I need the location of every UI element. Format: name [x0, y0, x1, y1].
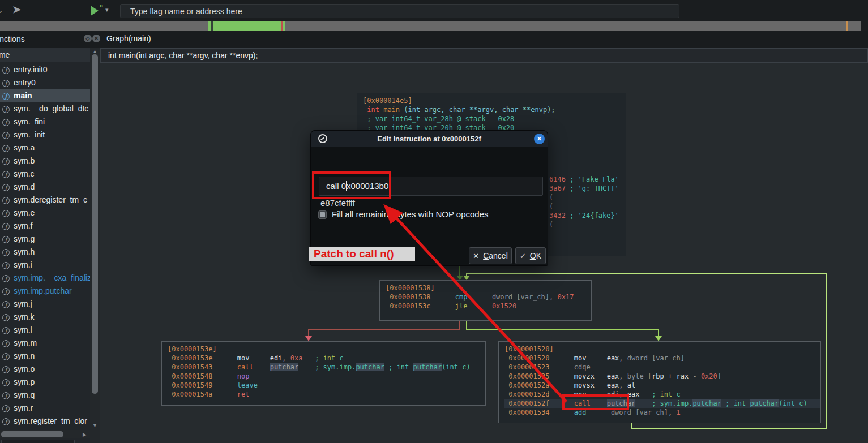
function-name: sym.l [14, 325, 32, 334]
ok-button[interactable]: ✓ OK [515, 247, 546, 264]
horizontal-scrollbar[interactable]: ▶ [0, 430, 90, 438]
function-icon: ƒ [2, 288, 10, 295]
function-list-item[interactable]: ƒsym.o [0, 363, 90, 376]
function-list-item[interactable]: ƒsym.imp.putchar [0, 285, 90, 298]
basic-block-0x1538[interactable]: [0x00001538] 0x00001538 cmp dword [var_c… [379, 280, 592, 321]
asm-line[interactable]: 0x00001548 nop [168, 372, 485, 381]
asm-line[interactable]: 0x0000152f call putchar ; sym.imp.putcha… [504, 399, 820, 408]
function-list-item[interactable]: ƒsym.deregister_tm_c [0, 193, 90, 207]
function-list-item[interactable]: ƒsym.m [0, 337, 90, 350]
toolbar: ⌄ ➤ D ▾ [0, 0, 868, 21]
vertical-scrollbar-thumb[interactable] [92, 54, 98, 394]
scroll-right-icon[interactable]: ▶ [83, 432, 87, 437]
function-signature: int main(int argc, char **argv, char **e… [108, 51, 258, 60]
function-name: entry.init0 [14, 65, 48, 74]
function-icon: ƒ [2, 197, 10, 204]
asm-line[interactable]: 0x0000154a ret [168, 390, 485, 399]
asm-line[interactable]: [0x00001538] [386, 283, 591, 293]
asm-line[interactable]: 0x00001525 movzx eax, byte [rbp + rax - … [504, 372, 820, 381]
annotation-box-call [562, 394, 629, 410]
scroll-down-icon[interactable]: ▼ [92, 423, 97, 428]
scroll-up-icon[interactable]: ▲ [92, 49, 97, 54]
function-list-item[interactable]: ƒsym._fini [0, 115, 90, 128]
asm-fragment: 6146 ; 'Fake Fla' [549, 175, 619, 184]
function-name: sym.__do_global_dtc [14, 104, 88, 113]
basic-block-0x1520[interactable]: [0x00001520] 0x00001520 mov eax, dword [… [498, 341, 821, 423]
asm-fragment: ( [549, 220, 553, 229]
function-name: sym._fini [14, 117, 45, 126]
function-list-item[interactable]: ƒsym.p [0, 376, 90, 389]
seekbar-segment [213, 21, 216, 31]
close-icon[interactable]: ✕ [534, 134, 545, 144]
asm-line[interactable]: [0x00001520] [504, 345, 820, 354]
function-list-item[interactable]: ƒsym.c [0, 167, 90, 180]
basic-block-0x153e[interactable]: [0x0000153e] 0x0000153e mov edi, 0xa ; i… [161, 341, 486, 406]
cancel-button[interactable]: ✕ Cancel [469, 247, 512, 264]
function-list-item[interactable]: ƒsym.g [0, 233, 90, 246]
asm-line[interactable]: [0x0000153e] [168, 345, 485, 354]
asm-line[interactable]: [0x000014e5] [363, 96, 626, 105]
function-list-item[interactable]: ƒentry.init0 [0, 63, 90, 76]
debug-play-label: D [100, 3, 103, 8]
function-icon: ƒ [2, 145, 10, 152]
close-panel-icon[interactable]: ✕ [92, 35, 100, 42]
debug-play-icon[interactable] [91, 6, 99, 16]
asm-line[interactable]: 0x0000152a movsx eax, al [504, 381, 820, 390]
asm-line[interactable]: ; var int64_t var_28h @ stack - 0x28 [363, 114, 626, 123]
asm-line[interactable]: int main (int argc, char **argv, char **… [363, 105, 626, 114]
function-name: sym.p [14, 377, 35, 386]
asm-line[interactable]: 0x0000153e mov edi, 0xa ; int c [168, 354, 485, 363]
float-panel-icon[interactable]: ◇ [84, 35, 92, 42]
function-list-item[interactable]: ƒsym.d [0, 180, 90, 193]
function-name: sym.b [14, 156, 35, 165]
asm-line[interactable]: 0x00001543 call putchar ; sym.imp.putcha… [168, 363, 485, 372]
function-list-item[interactable]: ƒsym.h [0, 246, 90, 259]
address-seekbar[interactable] [0, 21, 868, 31]
function-name: sym.d [14, 182, 35, 191]
function-list-item[interactable]: ƒentry0 [0, 76, 90, 89]
asm-line[interactable]: 0x00001549 leave [168, 381, 485, 390]
dialog-titlebar[interactable]: Edit Instruction at 0x0000152f ✕ [311, 131, 548, 147]
function-list-item[interactable]: ƒsym.register_tm_clor [0, 415, 90, 428]
function-icon: ƒ [2, 275, 10, 282]
chevron-down-icon[interactable]: ⌄ [0, 6, 3, 15]
name-column-header[interactable]: Name [0, 48, 90, 62]
asm-line[interactable]: 0x0000153c jle 0x1520 [386, 302, 591, 311]
asm-line[interactable]: 0x0000152d mov edi, eax ; int c [504, 390, 820, 399]
function-icon: ƒ [2, 340, 10, 347]
vertical-scrollbar[interactable]: ▲ ▼ [90, 48, 100, 443]
function-list-item[interactable]: ƒsym.k [0, 311, 90, 324]
jump-arrow-icon[interactable]: ➤ [12, 3, 21, 16]
asm-line[interactable]: 0x00001534 add dword [var_ch], 1 [504, 408, 820, 417]
function-list-item[interactable]: ƒsym._init [0, 128, 90, 141]
debug-dropdown-icon[interactable]: ▾ [105, 6, 109, 14]
function-list-item[interactable]: ƒsym.b [0, 154, 90, 167]
asm-line[interactable]: 0x00001538 cmp dword [var_ch], 0x17 [386, 293, 591, 302]
flag-search-input[interactable] [120, 4, 679, 18]
horizontal-scrollbar-thumb[interactable] [1, 431, 63, 437]
asm-line[interactable]: 0x00001520 mov eax, dword [var_ch] [504, 354, 820, 363]
function-list-item[interactable]: ƒsym.f [0, 220, 90, 233]
function-list-item[interactable]: ƒsym.a [0, 141, 90, 154]
function-list-item[interactable]: ƒsym.l [0, 324, 90, 337]
nop-fill-label[interactable]: Fill all remaining bytes with NOP opcode… [332, 209, 489, 219]
function-list-item[interactable]: ƒsym.r [0, 402, 90, 415]
function-name: sym.e [14, 208, 35, 217]
tab-graph-main[interactable]: Graph(main) [106, 34, 151, 43]
function-list-item[interactable]: ƒsym.q [0, 389, 90, 402]
function-list-item[interactable]: ƒmain [0, 89, 90, 102]
function-list-item[interactable]: ƒsym.__do_global_dtc [0, 102, 90, 115]
function-list-item[interactable]: ƒsym.e [0, 207, 90, 220]
function-list-item[interactable]: ƒsym.n [0, 350, 90, 363]
function-list-item[interactable]: ƒsym.i [0, 259, 90, 272]
function-list-item[interactable]: ƒsym.j [0, 298, 90, 311]
function-name: sym.m [14, 338, 37, 347]
function-list-item[interactable]: ƒsym.imp.__cxa_finaliz [0, 272, 90, 285]
asm-line[interactable]: 0x00001523 cdqe [504, 363, 820, 372]
nop-fill-checkbox[interactable] [318, 210, 327, 219]
function-icon: ƒ [2, 353, 10, 360]
function-icon: ƒ [2, 327, 10, 334]
seekbar-track [0, 21, 861, 31]
function-list: ƒentry.init0ƒentry0ƒmainƒsym.__do_global… [0, 63, 90, 428]
function-icon: ƒ [2, 210, 10, 217]
